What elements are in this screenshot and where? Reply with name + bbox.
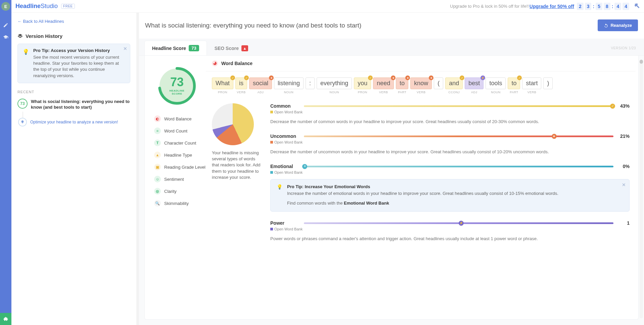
- split: ← Back to All Headlines Version History …: [11, 13, 644, 325]
- word-token: everything: [317, 77, 352, 89]
- cd-hour-1: 5: [596, 3, 602, 10]
- history-item-title: What is social listening: everything you…: [31, 99, 130, 110]
- back-link[interactable]: ← Back to All Headlines: [17, 19, 130, 24]
- check-icon: ✓: [610, 104, 615, 109]
- headline-text[interactable]: What is social listening: everything you…: [145, 22, 598, 29]
- word-token: is✓: [235, 77, 247, 89]
- free-badge: FREE: [61, 4, 75, 9]
- tab-headline-score[interactable]: Headline Score 73: [144, 41, 207, 55]
- word-token: social★: [249, 77, 272, 89]
- detail-column: Word Balance What✓PRONis✓VERBsocial★ADJl…: [206, 56, 638, 319]
- lightbulb-icon: 💡: [22, 49, 29, 79]
- protip-title: Pro Tip: Access your Version History: [33, 48, 125, 53]
- metric-clarity[interactable]: ◎Clarity: [154, 185, 206, 197]
- layers-icon: [17, 34, 23, 39]
- pencil-icon[interactable]: [0, 19, 11, 31]
- upgrade-text: Upgrade to Pro & lock in 50% off for lif…: [450, 4, 529, 9]
- topbar: HeadlineStudio FREE Upgrade to Pro & loc…: [11, 0, 644, 13]
- check-icon: ✓: [244, 75, 249, 80]
- word-token: start: [522, 77, 541, 89]
- cd-min-1: 4: [614, 3, 621, 10]
- word-token: ): [543, 77, 553, 89]
- metrics-column: 73 HEADLINESCORE ◐Word Balance≡Word Coun…: [145, 56, 206, 319]
- history-item[interactable]: 73 What is social listening: everything …: [17, 97, 130, 112]
- pie-chart: [212, 103, 254, 145]
- star-icon: ★: [269, 75, 274, 80]
- pos-label: NOUN: [317, 91, 352, 94]
- reanalyze-button[interactable]: Reanalyze: [598, 19, 638, 31]
- avatar[interactable]: E: [1, 2, 10, 11]
- star-icon: ★: [391, 75, 396, 80]
- upgrade-link[interactable]: Upgrade for 50% off: [530, 4, 574, 9]
- check-icon: ✓: [517, 75, 522, 80]
- open-word-bank-uncommon[interactable]: Open Word Bank: [270, 140, 630, 144]
- bar-track-common: ✓: [304, 105, 613, 107]
- cd-day-2: 3: [585, 3, 592, 10]
- open-word-bank-common[interactable]: Open Word Bank: [270, 110, 630, 114]
- recent-label: RECENT: [17, 90, 130, 94]
- pos-label: VERB: [235, 91, 247, 94]
- star-icon: ★: [552, 134, 557, 139]
- pos-label: VERB: [410, 91, 432, 94]
- bar-desc-power: Power words or phrases command a reader'…: [270, 236, 630, 242]
- pie-column: Your headline is missing several types o…: [212, 103, 262, 251]
- words-row: What✓PRONis✓VERBsocial★ADJlisteningNOUN:…: [206, 71, 636, 100]
- metric-word-balance[interactable]: ◐Word Balance: [154, 113, 206, 125]
- pos-label: ADJ: [249, 91, 272, 94]
- app-root: E HeadlineStudio FREE Upgrade to Pro & l…: [0, 0, 644, 325]
- metric-reading-grade-level[interactable]: ▣Reading Grade Level: [154, 161, 206, 173]
- grad-cap-icon[interactable]: [0, 31, 11, 43]
- optimize-prompt[interactable]: Optimize your headline to analyze a new …: [17, 118, 130, 126]
- tabs: Headline Score 73 SEO Score ▲: [139, 39, 644, 56]
- close-icon[interactable]: ✕: [123, 46, 127, 51]
- left-rail: E: [0, 0, 11, 325]
- bar-uncommon: Uncommon ★ 21% Open Word Bank Decrease t…: [270, 133, 630, 155]
- warning-icon: ▲: [241, 45, 248, 51]
- sidebar: ← Back to All Headlines Version History …: [11, 13, 139, 325]
- close-icon[interactable]: ✕: [622, 182, 626, 187]
- pos-label: NOUN: [486, 91, 506, 94]
- bar-desc-uncommon: Decrease the number of uncommon words in…: [270, 149, 630, 155]
- score-ring: 73 HEADLINESCORE: [157, 66, 197, 106]
- pos-label: PRON: [354, 91, 371, 94]
- protip-version-history: ✕ 💡 Pro Tip: Access your Version History…: [17, 44, 130, 83]
- pos-label: PART: [396, 91, 408, 94]
- headline-score-badge: 73: [189, 45, 199, 51]
- open-word-bank-emotional[interactable]: Open Word Bank: [270, 170, 630, 174]
- metric-skimmability[interactable]: 🔍Skimmability: [154, 197, 206, 209]
- pie-icon: [212, 60, 218, 66]
- puzzle-icon[interactable]: [0, 313, 11, 325]
- tab-seo-score[interactable]: SEO Score ▲: [207, 41, 256, 55]
- main-column: HeadlineStudio FREE Upgrade to Pro & loc…: [11, 0, 644, 325]
- word-token: What✓: [212, 77, 233, 89]
- check-icon: ✓: [460, 75, 464, 80]
- optimize-link[interactable]: Optimize your headline to analyze a new …: [30, 120, 118, 124]
- metric-character-count[interactable]: TCharacter Count: [154, 137, 206, 149]
- star-icon: ★: [429, 75, 433, 80]
- bars-column: Common ✓ 43% Open Word Bank Decrease the…: [270, 103, 630, 251]
- tools-icon[interactable]: [634, 3, 640, 10]
- main-area: What is social listening: everything you…: [139, 13, 644, 325]
- metric-headline-type[interactable]: ▲Headline Type: [154, 149, 206, 161]
- pos-label: PRON: [212, 91, 233, 94]
- bar-track-uncommon: ★: [304, 136, 613, 137]
- pos-label: PART: [508, 91, 520, 94]
- pos-label: ADJ: [465, 91, 484, 94]
- word-token: listening: [274, 77, 304, 89]
- open-word-bank-power[interactable]: Open Word Bank: [270, 227, 630, 231]
- bar-emotional: Emotional ⚘ 0% Open Word Bank ✕ 💡: [270, 164, 630, 212]
- word-token: tools: [486, 77, 506, 89]
- emotional-word-bank-link[interactable]: Emotional Word Bank: [344, 201, 389, 206]
- check-icon: ✓: [230, 75, 235, 80]
- bar-power: Power ⚡ 1 Open Word Bank Power words or …: [270, 220, 630, 242]
- word-token: and✓: [445, 77, 463, 89]
- metric-sentiment[interactable]: ☺Sentiment: [154, 173, 206, 185]
- section-word-balance: Word Balance: [206, 56, 636, 71]
- bar-track-emotional: ⚘: [304, 166, 613, 167]
- word-token: best⚡: [465, 77, 484, 89]
- metric-word-count[interactable]: ≡Word Count: [154, 125, 206, 137]
- word-token: need★: [373, 77, 394, 89]
- content: 73 HEADLINESCORE ◐Word Balance≡Word Coun…: [144, 56, 639, 320]
- bar-desc-common: Decrease the number of common words in y…: [270, 119, 630, 125]
- scrollbar[interactable]: [640, 60, 643, 318]
